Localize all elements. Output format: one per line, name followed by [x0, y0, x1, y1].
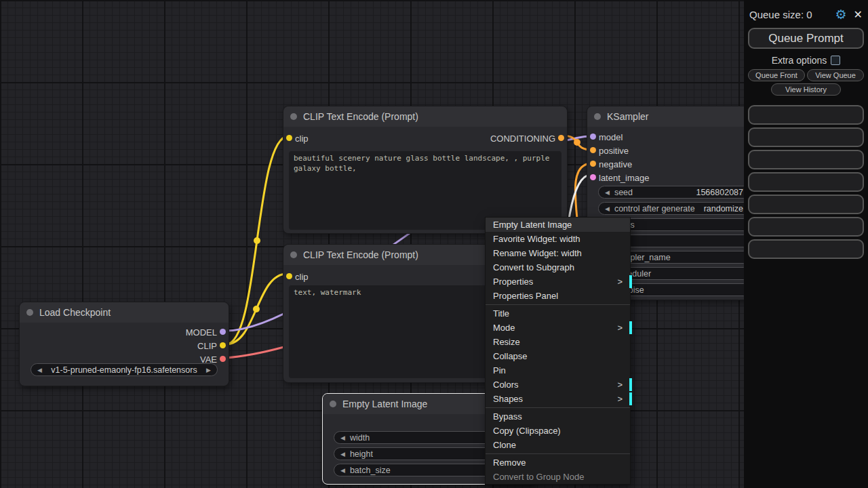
- context-menu-item[interactable]: Remove >: [486, 455, 630, 470]
- menu-divider: [486, 304, 630, 305]
- settings-gear-icon[interactable]: ⚙: [835, 7, 847, 22]
- decrement-arrow-icon[interactable]: ◀: [340, 434, 345, 441]
- comfyui-canvas[interactable]: { "colors": { "clip": "#f6d42a", "model"…: [0, 0, 868, 488]
- menu-item-label: Bypass: [493, 409, 623, 424]
- context-menu-item[interactable]: Title >: [486, 306, 630, 321]
- collapse-dot-icon[interactable]: [290, 251, 297, 258]
- queue-front-button[interactable]: Queue Front: [748, 69, 805, 81]
- clip-input-port[interactable]: [286, 273, 292, 279]
- context-menu-item[interactable]: Shapes >: [486, 392, 630, 406]
- decrement-arrow-icon[interactable]: ◀: [340, 467, 345, 474]
- input-port-label: latent_image: [599, 173, 649, 183]
- link-dot-conditioning: [574, 139, 580, 146]
- link-dot-clip1: [254, 237, 260, 244]
- context-menu-item[interactable]: Rename Widget: width >: [486, 246, 630, 260]
- node-load-checkpoint[interactable]: Load Checkpoint MODEL CLIP VAE ◀ v1-5-pr…: [19, 302, 229, 386]
- queue-front-row: Queue Front View Queue: [748, 69, 864, 81]
- input-port-dot[interactable]: [590, 147, 596, 153]
- conditioning-output-port[interactable]: [558, 135, 564, 141]
- context-menu-item[interactable]: Resize >: [486, 335, 630, 349]
- submenu-arrow-icon: >: [617, 392, 623, 406]
- context-menu-item[interactable]: Convert to Group Node (Deprecated) >: [486, 470, 630, 484]
- menu-item-label: Clone: [493, 438, 623, 452]
- menu-item-label: Title: [493, 306, 623, 321]
- widget-label: height: [350, 449, 373, 459]
- queue-prompt-button[interactable]: Queue Prompt: [748, 28, 864, 49]
- panel-button[interactable]: [748, 195, 864, 214]
- output-port-dot[interactable]: [220, 342, 226, 348]
- context-menu-item[interactable]: Bypass >: [486, 409, 630, 424]
- widget-label: width: [350, 433, 370, 443]
- context-menu-item[interactable]: Copy (Clipspace) >: [486, 424, 630, 438]
- collapse-dot-icon[interactable]: [290, 113, 297, 120]
- extra-options-checkbox[interactable]: [831, 56, 840, 65]
- panel-button[interactable]: [748, 172, 864, 192]
- input-port-label: negative: [599, 159, 632, 169]
- context-menu: Empty Latent Image Favorite Widget: widt…: [485, 217, 631, 485]
- input-port-row: negative: [587, 157, 755, 171]
- view-queue-button[interactable]: View Queue: [807, 69, 864, 81]
- collapse-dot-icon[interactable]: [330, 401, 336, 407]
- output-port-dot[interactable]: [220, 329, 226, 335]
- close-icon[interactable]: ✕: [854, 8, 863, 21]
- menu-item-label: Colors: [493, 378, 617, 392]
- menu-item-label: Copy (Clipspace): [493, 424, 623, 438]
- panel-button[interactable]: [748, 217, 864, 237]
- ckpt-name-combo[interactable]: ◀ v1-5-pruned-emaonly-fp16.safetensors ▶: [31, 363, 218, 376]
- menu-divider: [486, 407, 630, 408]
- input-port-label: model: [599, 132, 623, 142]
- panel-button[interactable]: [748, 150, 864, 169]
- next-arrow-icon[interactable]: ▶: [206, 367, 211, 373]
- submenu-indicator: [629, 392, 632, 405]
- panel-button[interactable]: [748, 127, 864, 147]
- node-title-bar[interactable]: KSampler: [587, 106, 755, 127]
- menu-item-label: Shapes: [493, 392, 617, 406]
- context-menu-item[interactable]: Clone >: [486, 438, 630, 452]
- menu-item-label: Mode: [493, 321, 617, 335]
- context-menu-item[interactable]: Favorite Widget: width >: [486, 232, 630, 246]
- decrement-arrow-icon[interactable]: ◀: [605, 205, 610, 212]
- input-port-dot[interactable]: [590, 161, 596, 167]
- prev-arrow-icon[interactable]: ◀: [37, 367, 42, 373]
- input-port-label: positive: [599, 146, 629, 156]
- node-title: Empty Latent Image: [342, 399, 427, 409]
- widget-label: control after generate: [614, 204, 695, 214]
- node-clip-text-encode-1[interactable]: CLIP Text Encode (Prompt) clip CONDITION…: [283, 106, 568, 234]
- output-port-dot[interactable]: [220, 356, 226, 362]
- output-port-row: MODEL: [20, 325, 229, 339]
- node-title: CLIP Text Encode (Prompt): [303, 249, 418, 260]
- output-port-label: MODEL: [186, 327, 217, 338]
- node-title-bar[interactable]: Load Checkpoint: [20, 302, 229, 323]
- context-menu-item[interactable]: Properties Panel >: [486, 289, 630, 303]
- widget-label: batch_size: [350, 466, 391, 475]
- clip-input-port[interactable]: [286, 135, 292, 141]
- context-menu-item[interactable]: Collapse >: [486, 349, 630, 363]
- context-menu-item[interactable]: Pin >: [486, 363, 630, 378]
- extra-options-label: Extra options: [772, 55, 827, 66]
- node-title: Load Checkpoint: [39, 307, 111, 318]
- menu-item-label: Properties: [493, 274, 617, 289]
- clip-input-row: clip CONDITIONING: [283, 131, 567, 145]
- collapse-dot-icon[interactable]: [594, 113, 601, 120]
- output-port-label: CLIP: [197, 341, 217, 351]
- context-menu-item[interactable]: Mode >: [486, 321, 630, 335]
- decrement-arrow-icon[interactable]: ◀: [340, 451, 345, 458]
- input-port-dot[interactable]: [590, 174, 596, 180]
- node-title-bar[interactable]: CLIP Text Encode (Prompt): [283, 106, 567, 127]
- submenu-indicator: [629, 321, 632, 334]
- input-port-dot[interactable]: [590, 134, 596, 140]
- context-menu-item[interactable]: Colors >: [486, 378, 630, 392]
- panel-button[interactable]: [748, 239, 864, 259]
- decrement-arrow-icon[interactable]: ◀: [605, 189, 610, 196]
- collapse-dot-icon[interactable]: [26, 309, 33, 316]
- submenu-arrow-icon: >: [617, 378, 623, 392]
- context-menu-item[interactable]: Properties >: [486, 274, 630, 289]
- ksampler-widget[interactable]: ◀ seed 1566802087: [598, 186, 750, 199]
- ksampler-widget[interactable]: ◀ control after generate randomize: [598, 202, 750, 215]
- context-menu-item[interactable]: Convert to Subgraph >: [486, 260, 630, 274]
- view-history-button[interactable]: View History: [771, 83, 841, 96]
- panel-button[interactable]: [748, 105, 864, 125]
- input-port-row: positive: [587, 144, 755, 157]
- clip-input-label: clip: [295, 272, 309, 282]
- widget-value: randomize: [700, 204, 743, 214]
